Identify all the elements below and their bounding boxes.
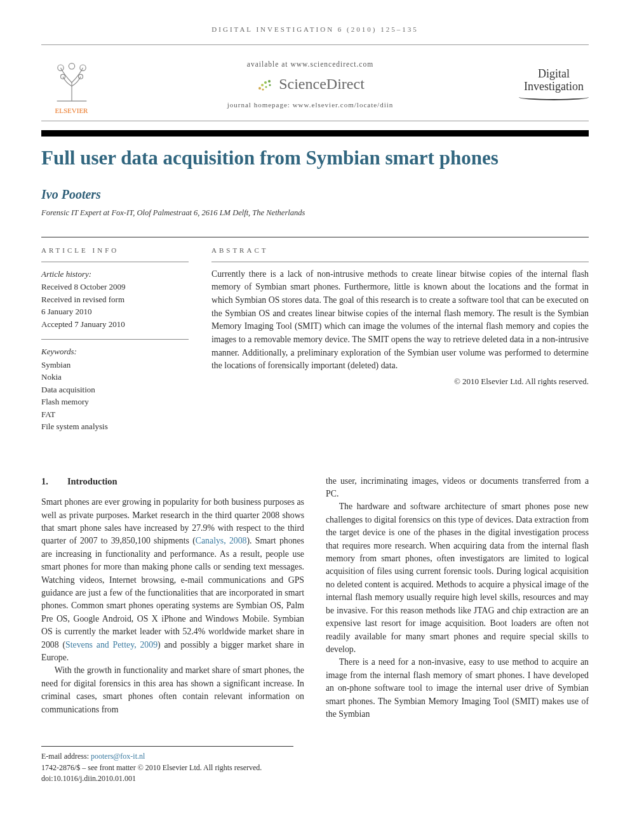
front-matter-line: 1742-2876/$ – see front matter © 2010 El… — [41, 763, 293, 773]
elsevier-logo: ELSEVIER — [41, 54, 102, 114]
svg-point-4 — [69, 63, 74, 69]
section-number: 1. — [41, 476, 48, 486]
body-columns: 1.Introduction Smart phones are ever gro… — [41, 475, 589, 721]
svg-point-5 — [258, 87, 261, 90]
abstract-heading: ABSTRACT — [211, 246, 589, 254]
article-history-block: Article history: Received 8 October 2009… — [41, 262, 189, 331]
body-column-right: the user, incriminating images, videos o… — [326, 475, 589, 721]
history-revised-line1: Received in revised form — [41, 293, 189, 306]
sciencedirect-logo: ScienceDirect — [256, 76, 365, 93]
email-label: E-mail address: — [41, 752, 91, 761]
history-received: Received 8 October 2009 — [41, 281, 189, 293]
journal-logo: Digital Investigation — [519, 68, 589, 101]
journal-name-line1: Digital — [519, 68, 589, 81]
article-info-heading: ARTICLE INFO — [41, 246, 189, 254]
running-head: DIGITAL INVESTIGATION 6 (2010) 125–135 — [41, 25, 589, 33]
sciencedirect-burst-icon — [256, 76, 274, 93]
history-revised-line2: 6 January 2010 — [41, 305, 189, 318]
article-info-column: ARTICLE INFO Article history: Received 8… — [41, 246, 189, 442]
author-affiliation: Forensic IT Expert at Fox-IT, Olof Palme… — [41, 208, 589, 218]
info-abstract-row: ARTICLE INFO Article history: Received 8… — [41, 237, 589, 442]
body-paragraph: With the growth in functionality and mar… — [41, 664, 304, 716]
keyword-item: Flash memory — [41, 396, 189, 408]
email-link[interactable]: pooters@fox-it.nl — [91, 752, 145, 761]
keyword-item: File system analysis — [41, 420, 189, 433]
keyword-item: Nokia — [41, 371, 189, 383]
article-title: Full user data acquisition from Symbian … — [41, 147, 589, 170]
text-run: ). Smart phones are increasing in functi… — [41, 536, 304, 649]
keyword-item: Symbian — [41, 359, 189, 371]
journal-name-line2: Investigation — [519, 81, 589, 93]
section-heading-1: 1.Introduction — [41, 475, 304, 488]
journal-logo-underline-icon — [519, 94, 589, 100]
keyword-item: Data acquisition — [41, 383, 189, 396]
body-paragraph: Smart phones are ever growing in popular… — [41, 496, 304, 664]
body-column-left: 1.Introduction Smart phones are ever gro… — [41, 475, 304, 721]
author-name: Ivo Pooters — [41, 187, 589, 202]
abstract-text: Currently there is a lack of non-intrusi… — [211, 262, 589, 388]
elsevier-wordmark: ELSEVIER — [55, 107, 88, 114]
body-paragraph: the user, incriminating images, videos o… — [326, 475, 589, 501]
abstract-column: ABSTRACT Currently there is a lack of no… — [211, 246, 589, 442]
keywords-subhead: Keywords: — [41, 345, 189, 358]
citation-link[interactable]: Stevens and Pettey, 2009 — [65, 640, 158, 650]
sciencedirect-wordmark: ScienceDirect — [279, 76, 365, 93]
header-center: available at www.sciencedirect.com Scien… — [113, 60, 507, 109]
doi-line: doi:10.1016/j.diin.2010.01.001 — [41, 773, 293, 784]
svg-point-9 — [262, 88, 264, 90]
svg-point-6 — [261, 84, 264, 86]
svg-point-7 — [264, 81, 267, 84]
section-title: Introduction — [67, 476, 117, 486]
journal-header: ELSEVIER available at www.sciencedirect.… — [41, 44, 589, 121]
svg-point-3 — [78, 74, 83, 79]
abstract-copyright: © 2010 Elsevier Ltd. All rights reserved… — [211, 375, 589, 388]
history-accepted: Accepted 7 January 2010 — [41, 318, 189, 331]
history-subhead: Article history: — [41, 268, 189, 281]
svg-point-10 — [265, 86, 267, 88]
available-at-line: available at www.sciencedirect.com — [113, 60, 507, 68]
heavy-rule — [41, 130, 589, 137]
svg-point-2 — [60, 74, 65, 79]
body-paragraph: The hardware and software architecture o… — [326, 500, 589, 656]
keyword-item: FAT — [41, 408, 189, 421]
footnotes: E-mail address: pooters@fox-it.nl 1742-2… — [41, 746, 293, 784]
body-paragraph: There is a need for a non-invasive, easy… — [326, 656, 589, 721]
abstract-body: Currently there is a lack of non-intrusi… — [211, 269, 589, 371]
elsevier-tree-icon — [50, 60, 94, 105]
citation-link[interactable]: Canalys, 2008 — [196, 536, 247, 545]
svg-point-11 — [269, 84, 271, 86]
journal-homepage-line: journal homepage: www.elsevier.com/locat… — [113, 101, 507, 109]
svg-point-8 — [268, 80, 271, 83]
corresponding-email: E-mail address: pooters@fox-it.nl — [41, 751, 293, 762]
keywords-block: Keywords: Symbian Nokia Data acquisition… — [41, 339, 189, 433]
